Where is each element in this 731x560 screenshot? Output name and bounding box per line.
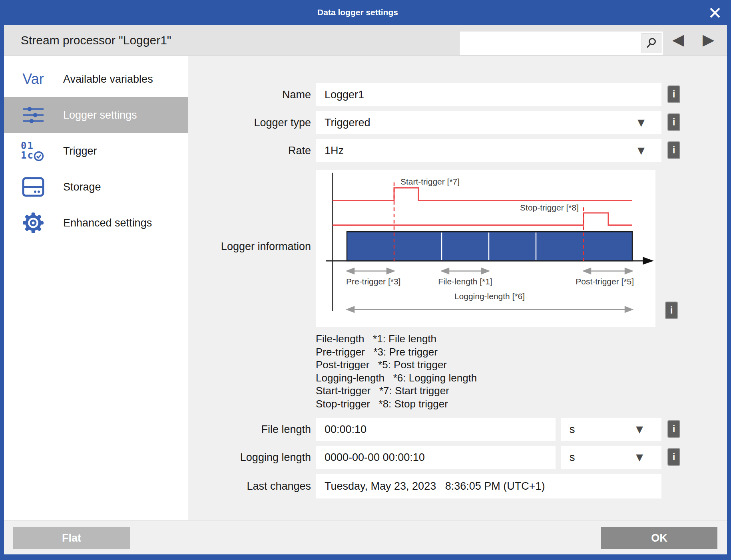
ok-button[interactable]: OK bbox=[601, 527, 717, 549]
binary-check-icon: 01 1c bbox=[21, 141, 46, 161]
sidebar-item-trigger[interactable]: 01 1c Trigger bbox=[4, 133, 188, 169]
search-button[interactable] bbox=[641, 33, 661, 53]
file-length-unit-dropdown[interactable]: s ▼ bbox=[561, 418, 661, 441]
search-icon bbox=[645, 37, 657, 49]
data-logger-settings-dialog: Data logger settings Stream processor "L… bbox=[0, 0, 731, 560]
name-label: Name bbox=[188, 83, 311, 106]
sidebar-item-logger-settings[interactable]: Logger settings bbox=[4, 97, 188, 133]
legend-line: Stop-trigger *8: Stop trigger bbox=[316, 397, 477, 411]
start-trigger-signal bbox=[333, 188, 632, 200]
sidebar-item-available-variables[interactable]: Var Available variables bbox=[4, 61, 188, 97]
header-band: Stream processor "Logger1" ◀ ▶ bbox=[4, 25, 727, 56]
search-box bbox=[460, 31, 663, 55]
sidebar: Var Available variables bbox=[4, 56, 188, 520]
titlebar: Data logger settings bbox=[0, 0, 731, 25]
sidebar-item-storage[interactable]: Storage bbox=[4, 169, 188, 205]
sidebar-item-enhanced-settings[interactable]: Enhanced settings bbox=[4, 205, 188, 241]
logging-length-input[interactable] bbox=[316, 446, 556, 469]
rate-dropdown[interactable]: 1Hz ▼ bbox=[316, 139, 661, 162]
flat-button[interactable]: Flat bbox=[13, 527, 130, 549]
stop-trigger-signal bbox=[333, 213, 632, 225]
search-input[interactable] bbox=[460, 32, 641, 55]
post-trigger-label: Post-trigger [*5] bbox=[576, 277, 634, 286]
measure-arrows bbox=[347, 268, 632, 312]
chevron-down-icon: ▼ bbox=[635, 139, 647, 162]
gear-icon bbox=[23, 212, 44, 233]
sidebar-item-label: Available variables bbox=[63, 61, 153, 97]
sliders-icon bbox=[22, 105, 44, 125]
file-length-unit-value: s bbox=[570, 418, 575, 441]
file-length-info-icon[interactable]: i bbox=[667, 420, 680, 438]
last-changes-value bbox=[316, 474, 661, 498]
storage-drive-icon bbox=[22, 177, 44, 197]
logger-type-value: Triggered bbox=[325, 111, 370, 134]
dialog-title: Data logger settings bbox=[0, 0, 715, 25]
file-length-input[interactable] bbox=[316, 418, 556, 441]
logging-length-unit-dropdown[interactable]: s ▼ bbox=[561, 446, 661, 469]
sidebar-item-label: Trigger bbox=[63, 133, 97, 169]
chevron-down-icon: ▼ bbox=[635, 111, 647, 134]
name-info-icon[interactable]: i bbox=[667, 85, 680, 103]
settings-form: Name i Logger type Triggered ▼ i Rate 1H… bbox=[188, 56, 727, 520]
name-input[interactable] bbox=[316, 83, 661, 106]
close-icon bbox=[709, 7, 721, 19]
legend-line: Pre-trigger *3: Pre trigger bbox=[316, 346, 477, 359]
sidebar-item-label: Enhanced settings bbox=[63, 205, 152, 241]
logger-information-label: Logger information bbox=[188, 235, 311, 258]
dialog-body: Stream processor "Logger1" ◀ ▶ Var Avail… bbox=[4, 25, 727, 554]
check-circle-icon bbox=[34, 151, 44, 161]
stop-trigger-label: Stop-trigger [*8] bbox=[520, 203, 579, 212]
rate-label: Rate bbox=[188, 139, 311, 162]
sidebar-item-label: Logger settings bbox=[63, 97, 137, 133]
diagram-info-icon[interactable]: i bbox=[665, 302, 678, 319]
nav-previous-button[interactable]: ◀ bbox=[672, 25, 684, 56]
pre-trigger-label: Pre-trigger [*3] bbox=[346, 277, 400, 286]
legend-line: Logging-length *6: Logging length bbox=[316, 371, 477, 385]
rate-info-icon[interactable]: i bbox=[667, 141, 680, 159]
file-length-label: File-length [*1] bbox=[438, 277, 492, 286]
logger-type-info-icon[interactable]: i bbox=[667, 113, 680, 131]
last-changes-label: Last changes bbox=[188, 474, 311, 498]
start-trigger-label: Start-trigger [*7] bbox=[400, 177, 460, 187]
footer-bar: Flat OK bbox=[4, 520, 727, 554]
logging-length-unit-value: s bbox=[570, 446, 575, 469]
file-length-label: File length bbox=[188, 418, 311, 441]
close-button[interactable] bbox=[708, 6, 722, 20]
logger-type-label: Logger type bbox=[188, 111, 311, 134]
legend-line: File-length *1: File length bbox=[316, 332, 477, 346]
logger-timing-diagram: Start-trigger [*7] Stop-trigger [*8] bbox=[316, 170, 655, 327]
legend-line: Start-trigger *7: Start trigger bbox=[316, 384, 477, 397]
chevron-down-icon: ▼ bbox=[633, 446, 645, 469]
logging-length-label: Logging-length [*6] bbox=[454, 292, 525, 301]
chevron-down-icon: ▼ bbox=[633, 418, 645, 441]
page-title: Stream processor "Logger1" bbox=[21, 25, 171, 56]
logging-bar bbox=[347, 232, 632, 261]
var-icon: Var bbox=[22, 71, 44, 87]
rate-value: 1Hz bbox=[325, 139, 344, 162]
diagram-legend: File-length *1: File length Pre-trigger … bbox=[316, 332, 477, 410]
logging-length-label: Logging length bbox=[188, 446, 311, 469]
nav-next-button[interactable]: ▶ bbox=[703, 25, 714, 56]
axis-arrowhead-icon bbox=[643, 257, 654, 265]
legend-line: Post-trigger *5: Post trigger bbox=[316, 358, 477, 371]
logging-length-info-icon[interactable]: i bbox=[667, 448, 680, 466]
sidebar-item-label: Storage bbox=[63, 169, 101, 205]
logger-type-dropdown[interactable]: Triggered ▼ bbox=[316, 111, 661, 134]
